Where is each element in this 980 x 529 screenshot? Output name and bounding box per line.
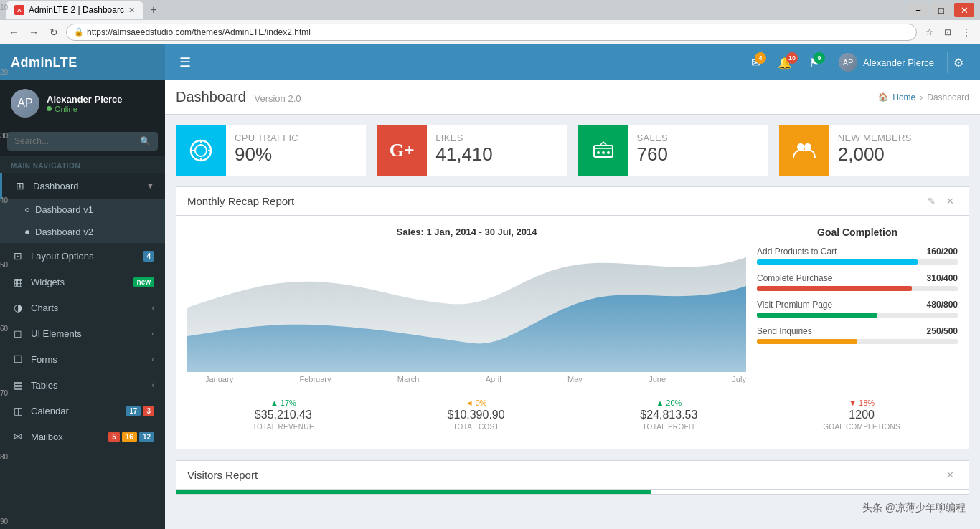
info-box-members: NEW MEMBERS 2,000	[779, 125, 969, 176]
tasks-button[interactable]: ⚑ 9	[804, 52, 825, 73]
messages-badge: 4	[755, 52, 766, 64]
visitors-bar	[176, 490, 651, 494]
refresh-button[interactable]: ↻	[46, 24, 62, 40]
breadcrumb-separator: ›	[920, 92, 923, 103]
extension-button[interactable]: ⊡	[940, 24, 956, 40]
active-tab[interactable]: A AdminLTE 2 | Dashboarc ✕	[6, 1, 143, 19]
info-box-likes: G+ LIKES 41,410	[377, 125, 567, 176]
goal-item-premium-header: Visit Premium Page 480/800	[757, 300, 958, 310]
stats-row: ▲ 17% $35,210.43 TOTAL REVENUE ◄ 0% $10	[187, 391, 958, 438]
sidebar-user-panel: AP Alexander Pierce Online	[0, 80, 165, 126]
cpu-value: 90%	[235, 143, 357, 166]
cost-value: $10,390.90	[391, 409, 562, 421]
sidebar-item-dashboard[interactable]: ⊞ Dashboard ▼	[0, 173, 165, 199]
menu-button[interactable]: ⋮	[958, 24, 974, 40]
cpu-icon	[176, 125, 226, 176]
goal-item-premium: Visit Premium Page 480/800	[757, 300, 958, 318]
goal-item-premium-value: 480/800	[927, 300, 958, 310]
sidebar-item-widgets[interactable]: ▦ Widgets new	[0, 269, 165, 295]
cost-change-value: 0%	[476, 399, 487, 407]
messages-button[interactable]: ✉ 4	[745, 52, 766, 73]
svg-point-1	[195, 145, 207, 156]
sidebar-item-ui-elements[interactable]: ◻ UI Elements ‹	[0, 320, 165, 346]
url-input[interactable]	[87, 27, 909, 37]
sidebar-item-label-dashboard: Dashboard	[33, 181, 146, 191]
bookmark-button[interactable]: ☆	[921, 24, 937, 40]
goal-item-purchase-label: Complete Purchase	[757, 273, 832, 283]
profit-label: TOTAL PROFIT	[584, 423, 755, 431]
visitors-report-box: Visitors Report − ✕	[176, 460, 969, 495]
box-tools: − ✎ ✕	[908, 194, 958, 208]
visitors-box-tools: − ✕	[926, 468, 958, 482]
sidebar-item-label-layout: Layout Options	[31, 251, 143, 262]
visitors-minimize-button[interactable]: −	[926, 468, 939, 482]
goal-item-purchase: Complete Purchase 310/400	[757, 273, 958, 291]
box-edit-button[interactable]: ✎	[924, 194, 939, 208]
navbar-username: Alexander Pierce	[863, 57, 934, 68]
forms-chevron-icon: ‹	[151, 355, 154, 363]
mailbox-badge-3: 12	[139, 432, 154, 442]
up-arrow-icon-2: ▲	[656, 399, 664, 407]
sub-item-bullet-filled	[25, 230, 29, 234]
sidebar-toggle-button[interactable]: ☰	[176, 51, 194, 74]
widgets-badge: new	[133, 277, 154, 287]
notifications-button[interactable]: 🔔 10	[772, 52, 798, 73]
sidebar-item-forms[interactable]: ☐ Forms ‹	[0, 346, 165, 372]
browser-chrome: A AdminLTE 2 | Dashboarc ✕ + − □ ✕ ← → ↻…	[0, 0, 980, 44]
revenue-change-value: 17%	[281, 399, 296, 407]
area-chart-svg	[187, 243, 746, 372]
x-label-jun: June	[649, 375, 666, 383]
goal-item-cart-value: 160/200	[927, 247, 958, 257]
visitors-close-button[interactable]: ✕	[943, 468, 958, 482]
new-tab-button[interactable]: +	[146, 3, 161, 17]
sidebar-item-dashboard-v1[interactable]: Dashboard v1	[0, 199, 165, 221]
svg-point-7	[597, 151, 600, 154]
sidebar-item-charts[interactable]: ◑ Charts ‹	[0, 295, 165, 320]
calendar-badge-1: 17	[126, 406, 141, 416]
page-version: Version 2.0	[254, 93, 301, 104]
goal-bar-purchase-fill	[757, 286, 912, 291]
forward-button[interactable]: →	[26, 24, 42, 40]
box-close-button[interactable]: ✕	[943, 194, 958, 208]
sidebar-search-container: 🔍	[0, 126, 165, 156]
address-bar[interactable]: 🔒	[66, 24, 917, 41]
notifications-badge: 10	[786, 52, 798, 64]
members-label: NEW MEMBERS	[838, 133, 961, 143]
chart-row: Sales: 1 Jan, 2014 - 30 Jul, 2014 90 80 …	[187, 227, 958, 383]
goals-label: GOAL COMPLETIONS	[776, 423, 947, 431]
sidebar-item-tables[interactable]: ▤ Tables ‹	[0, 372, 165, 398]
x-label-mar: March	[397, 375, 420, 383]
nav-section-label: MAIN NAVIGATION	[0, 156, 165, 173]
info-box-cpu: CPU TRAFFIC 90%	[176, 125, 366, 176]
tables-chevron-icon: ‹	[151, 381, 154, 389]
minimize-button[interactable]: −	[908, 3, 928, 17]
goal-bar-inquiries-fill	[757, 339, 857, 344]
sidebar-item-mailbox[interactable]: ✉ Mailbox 5 16 12	[0, 424, 165, 449]
close-window-button[interactable]: ✕	[954, 3, 974, 17]
navbar-user-menu[interactable]: AP Alexander Pierce	[831, 49, 941, 75]
members-content: NEW MEMBERS 2,000	[829, 125, 969, 176]
mailbox-badges: 5 16 12	[108, 432, 154, 442]
goal-item-inquiries-header: Send Inquiries 250/500	[757, 326, 958, 336]
maximize-button[interactable]: □	[931, 3, 951, 17]
members-value: 2,000	[838, 143, 961, 166]
sidebar-item-calendar[interactable]: ◫ Calendar 17 3	[0, 398, 165, 424]
goal-item-cart-label: Add Products to Cart	[757, 247, 837, 257]
sidebar-item-layout-options[interactable]: ⊡ Layout Options 4	[0, 243, 165, 269]
cost-change: ◄ 0%	[391, 399, 562, 407]
chart-x-labels: January February March April May June Ju…	[187, 372, 746, 383]
breadcrumb-home[interactable]: Home	[892, 92, 915, 103]
x-label-jan: January	[205, 375, 233, 383]
box-minimize-button[interactable]: −	[908, 194, 920, 208]
svg-point-0	[191, 140, 211, 161]
search-input[interactable]	[14, 136, 136, 146]
svg-point-8	[602, 151, 605, 154]
stat-total-cost: ◄ 0% $10,390.90 TOTAL COST	[380, 391, 573, 438]
tab-close-button[interactable]: ✕	[128, 6, 135, 15]
breadcrumb-current: Dashboard	[927, 92, 969, 103]
search-box[interactable]: 🔍	[7, 132, 158, 151]
sidebar-sub-label-v2: Dashboard v2	[35, 227, 93, 237]
main-content: ☰ ✉ 4 🔔 10 ⚑ 9 AP Alexander Pierce	[165, 44, 980, 529]
settings-button[interactable]: ⚙	[947, 52, 969, 73]
sidebar-item-dashboard-v2[interactable]: Dashboard v2	[0, 221, 165, 243]
